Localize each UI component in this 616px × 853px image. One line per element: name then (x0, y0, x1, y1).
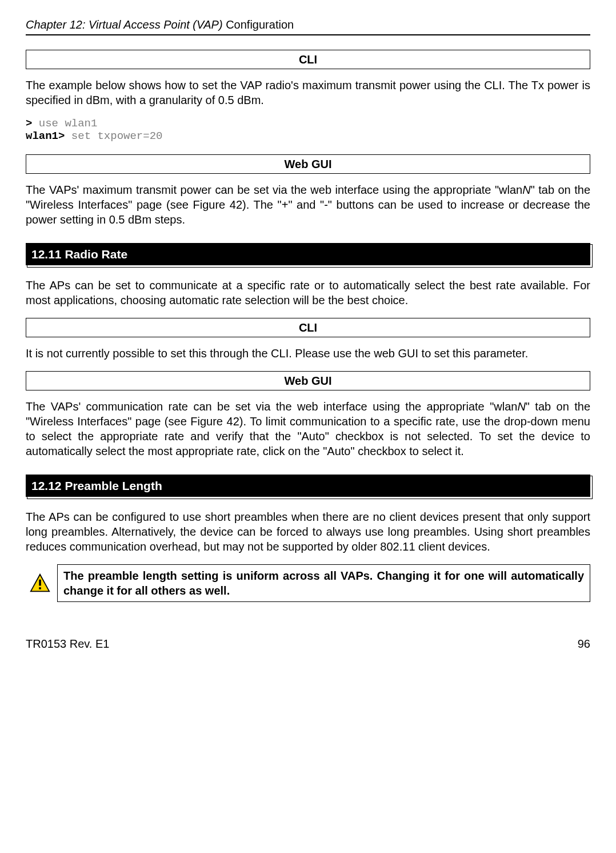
cli-header-2: CLI (26, 318, 590, 337)
page-footer: TR0153 Rev. E1 96 (26, 636, 590, 651)
code-cmd-1: use wlan1 (32, 117, 97, 130)
para5b-italic: N (517, 400, 525, 413)
warning-icon-container (26, 564, 57, 602)
webgui-header-2: Web GUI (26, 371, 590, 390)
code-prompt-1: > (26, 117, 32, 130)
cli-not-possible-para: It is not currently possible to set this… (26, 346, 590, 361)
code-cmd-2: set txpower=20 (65, 130, 162, 142)
para2b-italic: N (522, 184, 530, 196)
code-prompt-2: wlan1> (26, 130, 65, 142)
warning-note: The preamble length setting is uniform a… (26, 564, 590, 602)
para5a: The VAPs' communication rate can be set … (26, 400, 517, 413)
webgui-para-2: The VAPs' communication rate can be set … (26, 399, 590, 459)
chapter-title-italic: Chapter 12: Virtual Access Point (VAP) (26, 18, 226, 31)
svg-rect-1 (39, 580, 41, 586)
chapter-title-normal: Configuration (226, 18, 294, 31)
section-preamble-length: 12.12 Preamble Length (26, 475, 590, 497)
para2a: The VAPs' maximum transmit power can be … (26, 184, 522, 196)
footer-left: TR0153 Rev. E1 (26, 636, 109, 651)
webgui-para-1: The VAPs' maximum transmit power can be … (26, 182, 590, 227)
svg-rect-2 (39, 587, 41, 589)
warning-text: The preamble length setting is uniform a… (57, 564, 590, 602)
radio-rate-intro: The APs can be set to communicate at a s… (26, 278, 590, 308)
webgui-header-1: Web GUI (26, 154, 590, 174)
preamble-para: The APs can be configured to use short p… (26, 509, 590, 554)
warning-triangle-icon (30, 573, 50, 593)
section-radio-rate: 12.11 Radio Rate (26, 243, 590, 265)
page-header: Chapter 12: Virtual Access Point (VAP) C… (26, 17, 590, 35)
footer-page-number: 96 (578, 636, 590, 651)
code-example: > use wlan1 wlan1> set txpower=20 (26, 118, 590, 143)
cli-header-1: CLI (26, 50, 590, 69)
cli-intro-para: The example below shows how to set the V… (26, 78, 590, 107)
